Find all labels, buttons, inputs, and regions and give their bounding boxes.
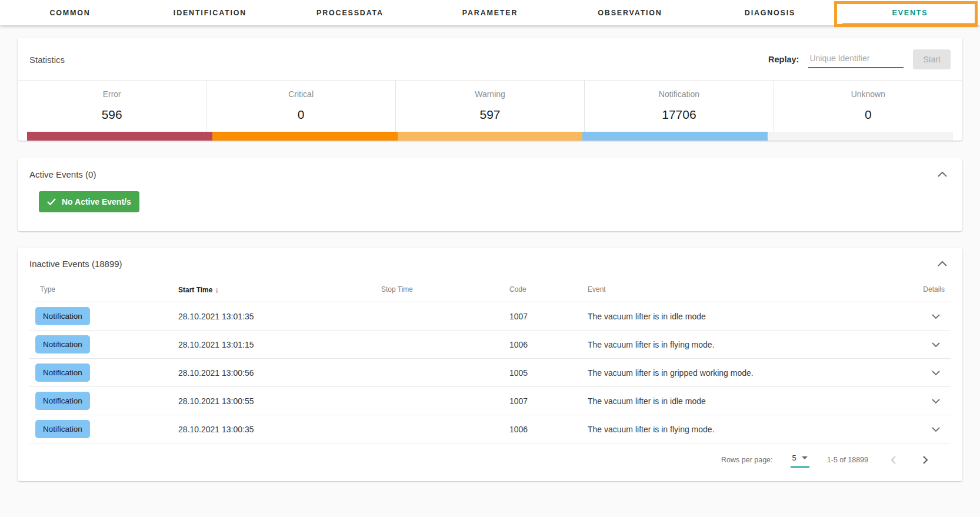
event-cell: The vacuum lifter is in idle mode <box>577 396 894 406</box>
code-cell: 1005 <box>499 368 577 378</box>
column-header-stop-time[interactable]: Stop Time <box>371 285 499 293</box>
type-badge: Notification <box>35 335 90 353</box>
start-time-cell: 28.10.2021 13:00:56 <box>168 368 371 378</box>
sort-descending-icon: ↓ <box>215 285 219 294</box>
severity-segment-critical <box>212 132 398 141</box>
event-cell: The vacuum lifter is in flying mode. <box>577 340 894 349</box>
no-active-events-label: No Active Event/s <box>62 197 131 206</box>
inactive-events-table: Type Start Time↓ Stop Time Code Event De… <box>18 277 962 478</box>
replay-label: Replay: <box>768 55 799 64</box>
details-chevron-down-icon[interactable] <box>927 340 945 349</box>
type-badge: Notification <box>35 307 90 325</box>
tab-diagnosis[interactable]: DIAGNOSIS <box>700 0 840 25</box>
stat-value: 17706 <box>662 108 696 121</box>
active-events-title: Active Events (0) <box>29 169 96 179</box>
tab-label: EVENTS <box>892 9 928 17</box>
tab-label: COMMON <box>49 9 90 17</box>
table-row: Notification 28.10.2021 13:00:55 1007 Th… <box>29 386 951 415</box>
stat-error: Error 596 <box>18 81 206 132</box>
tab-label: DIAGNOSIS <box>745 9 795 17</box>
column-header-event[interactable]: Event <box>577 285 894 293</box>
code-cell: 1007 <box>499 312 577 321</box>
stat-value: 597 <box>479 108 500 121</box>
stat-value: 0 <box>298 108 305 121</box>
column-header-code[interactable]: Code <box>499 285 577 293</box>
type-badge: Notification <box>35 420 90 438</box>
page-content: Statistics Replay: Start Error 596 Criti… <box>0 25 980 481</box>
severity-segment-notification <box>582 132 768 141</box>
table-row: Notification 28.10.2021 13:00:56 1005 Th… <box>29 358 951 386</box>
page-range-label: 1-5 of 18899 <box>827 456 868 464</box>
table-row: Notification 28.10.2021 13:00:35 1006 Th… <box>29 415 951 443</box>
tab-label: OBSERVATION <box>598 9 662 17</box>
tab-observation[interactable]: OBSERVATION <box>560 0 700 25</box>
details-chevron-down-icon[interactable] <box>927 425 945 434</box>
severity-segment-unknown <box>768 132 953 141</box>
tab-label: IDENTIFICATION <box>174 9 246 17</box>
check-icon <box>47 198 56 205</box>
replay-controls: Replay: Start <box>768 49 951 69</box>
statistics-counters: Error 596 Critical 0 Warning 597 Notific… <box>18 81 962 132</box>
tab-label: PARAMETER <box>462 9 518 17</box>
tab-bar: COMMON IDENTIFICATION PROCESSDATA PARAME… <box>0 0 980 25</box>
tab-common[interactable]: COMMON <box>0 0 140 25</box>
tab-label: PROCESSDATA <box>316 9 384 17</box>
table-row: Notification 28.10.2021 13:01:35 1007 Th… <box>29 302 951 330</box>
column-header-start-time[interactable]: Start Time↓ <box>168 285 371 294</box>
statistics-panel: Statistics Replay: Start Error 596 Criti… <box>18 38 962 141</box>
severity-segment-warning <box>398 132 583 141</box>
collapse-chevron-up-icon[interactable] <box>934 169 951 179</box>
severity-color-bar <box>27 132 953 141</box>
stat-value: 596 <box>102 108 122 121</box>
code-cell: 1006 <box>499 340 577 349</box>
tab-identification[interactable]: IDENTIFICATION <box>140 0 280 25</box>
table-row: Notification 28.10.2021 13:01:15 1006 Th… <box>29 330 951 358</box>
inactive-events-title: Inactive Events (18899) <box>29 259 122 269</box>
no-active-events-badge: No Active Event/s <box>39 191 139 212</box>
stat-label: Warning <box>396 89 584 99</box>
event-cell: The vacuum lifter is in idle mode <box>577 312 894 321</box>
collapse-chevron-up-icon[interactable] <box>934 259 951 269</box>
type-badge: Notification <box>35 363 90 382</box>
column-header-type[interactable]: Type <box>29 285 168 293</box>
code-cell: 1007 <box>499 396 577 406</box>
column-header-details: Details <box>894 285 951 293</box>
replay-start-button[interactable]: Start <box>913 49 951 69</box>
previous-page-button[interactable] <box>886 453 901 466</box>
table-header-row: Type Start Time↓ Stop Time Code Event De… <box>29 277 951 302</box>
caret-down-icon <box>802 456 808 459</box>
rows-per-page-select[interactable]: 5 <box>791 452 809 468</box>
event-cell: The vacuum lifter is in flying mode. <box>577 425 894 434</box>
stat-label: Critical <box>206 89 395 99</box>
stat-label: Error <box>18 89 206 99</box>
rows-per-page-label: Rows per page: <box>721 456 773 464</box>
stat-warning: Warning 597 <box>395 81 584 132</box>
details-chevron-down-icon[interactable] <box>927 396 945 406</box>
tab-processdata[interactable]: PROCESSDATA <box>280 0 420 25</box>
stat-unknown: Unknown 0 <box>774 81 962 132</box>
table-pagination: Rows per page: 5 1-5 of 18899 <box>29 443 951 478</box>
stat-critical: Critical 0 <box>206 81 395 132</box>
event-cell: The vacuum lifter is in gripped working … <box>577 368 894 378</box>
replay-identifier-input[interactable] <box>808 51 904 68</box>
start-time-cell: 28.10.2021 13:00:55 <box>168 396 371 406</box>
rows-per-page-value: 5 <box>792 453 796 462</box>
active-events-panel: Active Events (0) No Active Event/s <box>18 158 962 231</box>
start-time-cell: 28.10.2021 13:01:15 <box>168 340 371 349</box>
stat-label: Unknown <box>774 89 962 99</box>
details-chevron-down-icon[interactable] <box>927 312 945 321</box>
next-page-button[interactable] <box>918 453 933 466</box>
stat-notification: Notification 17706 <box>584 81 773 132</box>
code-cell: 1006 <box>499 425 577 434</box>
stat-value: 0 <box>865 108 872 121</box>
stat-label: Notification <box>585 89 773 99</box>
tab-events[interactable]: EVENTS <box>840 0 980 25</box>
type-badge: Notification <box>35 392 90 410</box>
severity-segment-error <box>27 132 212 141</box>
inactive-events-panel: Inactive Events (18899) Type Start Time↓… <box>18 248 962 481</box>
details-chevron-down-icon[interactable] <box>927 368 945 378</box>
start-time-cell: 28.10.2021 13:00:35 <box>168 425 371 434</box>
start-time-cell: 28.10.2021 13:01:35 <box>168 312 371 321</box>
tab-parameter[interactable]: PARAMETER <box>420 0 560 25</box>
statistics-title: Statistics <box>29 55 65 65</box>
